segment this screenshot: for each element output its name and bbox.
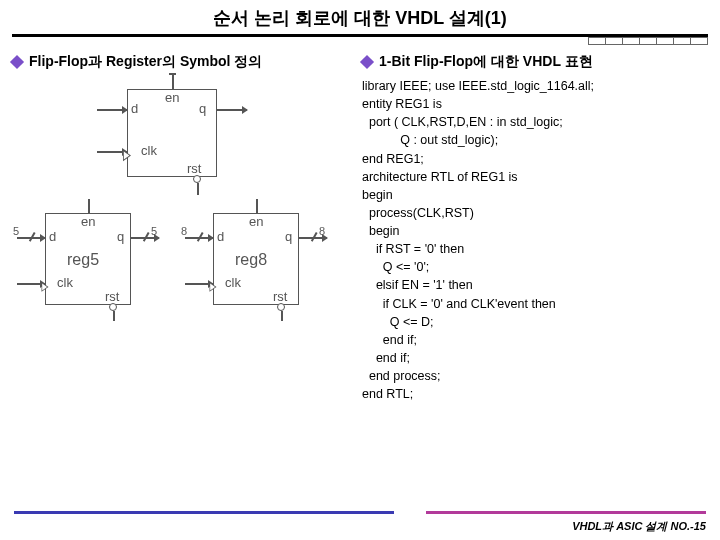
reg8-rst: rst: [273, 289, 287, 304]
reg5-wout: 5: [151, 225, 157, 237]
reg8-win: 8: [181, 225, 187, 237]
content-area: Flip-Flop과 Register의 Symbol 정의 d q en cl…: [0, 53, 720, 403]
reg8-d: d: [217, 229, 224, 244]
dff-q-label: q: [199, 101, 206, 116]
bullet-icon: [360, 55, 374, 69]
right-heading-text: 1-Bit Flip-Flop에 대한 VHDL 표현: [379, 53, 593, 71]
reg5-symbol: en 5 d q 5 reg5 clk rst: [13, 203, 163, 323]
register-row: en 5 d q 5 reg5 clk rst: [12, 203, 332, 323]
footer-text: VHDL과 ASIC 설계 NO.-15: [572, 519, 706, 534]
reg8-en: en: [249, 214, 263, 229]
diagram-area: d q en clk rst en: [12, 79, 332, 323]
reg8-name: reg8: [235, 251, 267, 269]
dff-d-label: d: [131, 101, 138, 116]
right-heading: 1-Bit Flip-Flop에 대한 VHDL 표현: [362, 53, 708, 71]
title-decor-boxes: [12, 37, 708, 45]
left-column: Flip-Flop과 Register의 Symbol 정의 d q en cl…: [12, 53, 352, 403]
reg8-symbol: en 8 d q 8 reg8 clk rst: [181, 203, 331, 323]
right-column: 1-Bit Flip-Flop에 대한 VHDL 표현 library IEEE…: [352, 53, 708, 403]
dff-symbol: d q en clk rst: [87, 79, 257, 189]
reg5-q: q: [117, 229, 124, 244]
vhdl-code: library IEEE; use IEEE.std_logic_1164.al…: [362, 77, 708, 403]
footer-line-left: [14, 511, 394, 514]
reg5-d: d: [49, 229, 56, 244]
dff-clk-label: clk: [141, 143, 157, 158]
reg8-clk: clk: [225, 275, 241, 290]
reg5-clk: clk: [57, 275, 73, 290]
left-heading-text: Flip-Flop과 Register의 Symbol 정의: [29, 53, 262, 71]
reg8-q: q: [285, 229, 292, 244]
reg5-name: reg5: [67, 251, 99, 269]
bullet-icon: [10, 55, 24, 69]
footer-line-right: [426, 511, 706, 514]
reg5-rst: rst: [105, 289, 119, 304]
reg8-wout: 8: [319, 225, 325, 237]
left-heading: Flip-Flop과 Register의 Symbol 정의: [12, 53, 352, 71]
reg5-en: en: [81, 214, 95, 229]
page-title: 순서 논리 회로에 대한 VHDL 설계(1): [0, 0, 720, 34]
reg5-win: 5: [13, 225, 19, 237]
dff-rst-label: rst: [187, 161, 201, 176]
dff-en-label: en: [165, 90, 179, 105]
